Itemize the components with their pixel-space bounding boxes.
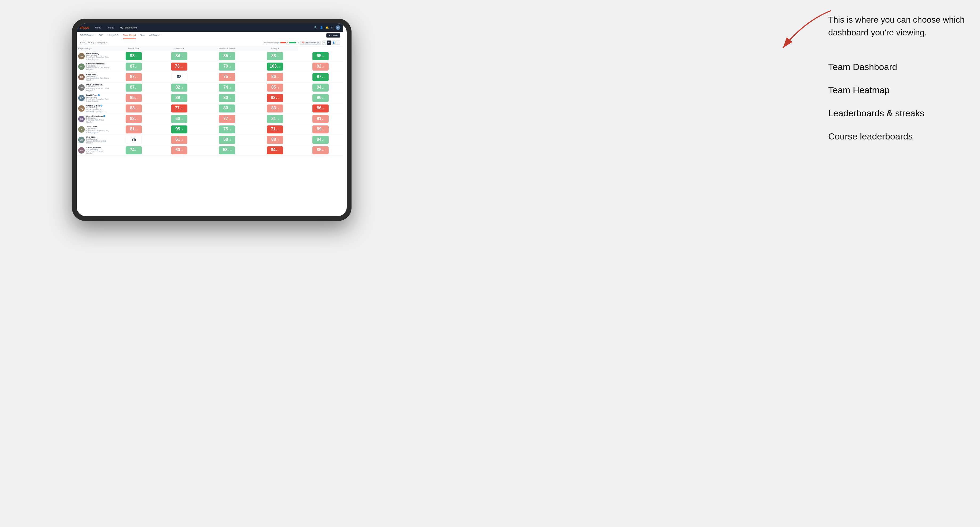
score-value: 103 (270, 64, 277, 69)
app-content: clippd Home Teams My Performance 🔍 👤 🔔 ⚙… (77, 24, 343, 206)
score-value: 75 (223, 74, 228, 79)
last-rounds-button[interactable]: 📅 Last Rounds: 20 (300, 41, 321, 45)
search-icon[interactable]: 🔍 (314, 26, 317, 29)
view-player-icon[interactable]: 👤 (332, 40, 336, 45)
table-row[interactable]: EEElliot Ebert1-5 HandicapSunningdale Go… (77, 72, 343, 82)
player-handicap: 6-10 Handicap (86, 107, 110, 109)
arrow-down-icon (277, 56, 278, 57)
score-value: 84 (175, 53, 180, 58)
verified-badge: ✓ (100, 105, 102, 106)
score-box: 871 (126, 62, 142, 71)
score-off-tee: 602 (156, 114, 202, 124)
player-info: Edward Crossman1-5 HandicapSunningdale G… (86, 62, 110, 71)
nav-bar: clippd Home Teams My Performance 🔍 👤 🔔 ⚙… (77, 24, 343, 32)
score-putting: 975 (298, 72, 343, 82)
score-approach: 801 (202, 103, 253, 114)
score-box: 748 (126, 146, 142, 154)
table-row[interactable]: ANAaron Nicholls11-15 HandicapDrift Golf… (77, 145, 343, 156)
player-cell: JCJosh Coles1-5 HandicapRoyal North Devo… (77, 124, 111, 135)
col-header-around-green[interactable]: Around the Green ▾ (202, 46, 253, 51)
score-box: 975 (312, 73, 329, 81)
view-download-icon[interactable]: ↓ (336, 40, 340, 45)
table-row[interactable]: DBDave Billingham1-5 HandicapGog Magog G… (77, 82, 343, 93)
score-box: 853 (267, 84, 283, 92)
score-change: 10 (228, 150, 231, 152)
player-cell: DBDave Billingham1-5 HandicapGog Magog G… (77, 83, 111, 93)
table-row[interactable]: JCJosh Coles1-5 HandicapRoyal North Devo… (77, 124, 343, 135)
table-row[interactable]: CQCharlie Quick✓6-10 HandicapSt. George'… (77, 103, 343, 114)
bell-icon[interactable]: 🔔 (325, 26, 329, 29)
col-header-approach[interactable]: Approach ▾ (156, 46, 202, 51)
bar-negative (280, 42, 286, 43)
player-handicap: Plus Handicap (86, 96, 110, 98)
subnav-team-clippd[interactable]: Team Clippd (123, 32, 136, 39)
subnav-hcaps[interactable]: Hcaps 1-5 (108, 32, 118, 39)
score-change: 1 (135, 66, 137, 68)
arrow-down-icon (135, 129, 136, 131)
col-header-putting[interactable]: Putting ▾ (253, 46, 298, 51)
edit-team-icon[interactable]: ✎ (106, 41, 108, 44)
score-player-quality: 871 (111, 62, 157, 72)
score-change: 2 (229, 129, 231, 131)
add-team-button[interactable]: Add Team (326, 33, 340, 38)
user-icon[interactable]: 👤 (320, 26, 323, 29)
dashboard-option-heatmap: Team Heatmap (828, 83, 967, 97)
score-change: 3 (229, 97, 231, 99)
player-name: Chris Robertson✓ (86, 115, 110, 117)
score-box: 799 (219, 62, 235, 71)
score-player-quality: 813 (111, 124, 157, 135)
player-info: Chris Robertson✓1-5 HandicapCraigmillar … (86, 115, 110, 123)
user-avatar[interactable]: U (336, 25, 340, 30)
tablet-frame: clippd Home Teams My Performance 🔍 👤 🔔 ⚙… (72, 19, 352, 221)
nav-link-home[interactable]: Home (94, 25, 102, 30)
view-grid-icon[interactable]: ⊞ (322, 40, 326, 45)
score-around-green: 882 (253, 135, 298, 145)
col-header-off-tee[interactable]: Off the Tee ▾ (111, 46, 157, 51)
table-row[interactable]: BMBlair McHargPlus HandicapRoyal North D… (77, 51, 343, 61)
arrow-down-icon (181, 139, 182, 141)
score-value: 91 (317, 116, 322, 121)
table-row[interactable]: MMMatt Miller6-10 HandicapWoburn Golf Cl… (77, 135, 343, 145)
score-box: 892 (312, 125, 329, 133)
subnav-all-players[interactable]: All Players (149, 32, 160, 39)
score-box: 836 (267, 105, 283, 113)
arrow-down-icon (180, 66, 181, 68)
arrow-up-icon (228, 150, 229, 152)
score-value: 74 (130, 148, 135, 152)
player-name: Dave Billingham (86, 84, 110, 86)
score-value: 88 (271, 137, 276, 142)
score-around-green: 853 (253, 82, 298, 93)
arrow-down-icon (135, 108, 136, 110)
score-around-green: 8421 (253, 145, 298, 156)
score-value: 60 (175, 116, 180, 121)
arrow-up-icon (181, 56, 182, 57)
table-row[interactable]: ECEdward Crossman1-5 HandicapSunningdale… (77, 62, 343, 72)
view-table-icon[interactable]: ▦ (327, 40, 331, 45)
col-header-player[interactable]: Player Quality ▾ (77, 46, 111, 51)
round-controls: 20 Round Change -5 +5 📅 Last Rounds: 20 … (263, 40, 340, 45)
score-putting: 868 (298, 103, 343, 114)
score-change: 6 (277, 76, 279, 78)
nav-icons: 🔍 👤 🔔 ⚙ U (314, 25, 340, 30)
nav-link-teams[interactable]: Teams (106, 25, 115, 30)
table-row[interactable]: DFDavid Ford✓Plus HandicapRoyal North De… (77, 93, 343, 103)
arrow-down-icon (276, 97, 277, 99)
player-avatar: JC (78, 126, 85, 133)
round-change-label: 20 Round Change (263, 41, 279, 44)
settings-icon[interactable]: ⚙ (331, 26, 333, 29)
table-row[interactable]: CRChris Robertson✓1-5 HandicapCraigmilla… (77, 114, 343, 124)
player-name: Josh Coles (86, 125, 110, 128)
score-around-green: 814 (253, 114, 298, 124)
view-toggle-icons: ⊞ ▦ 👤 ↓ (322, 40, 340, 45)
subnav-pga[interactable]: PGA (99, 32, 103, 39)
score-change: 4 (135, 56, 137, 57)
subnav-tour[interactable]: Tour (140, 32, 145, 39)
nav-link-performance[interactable]: My Performance (119, 25, 138, 30)
score-box: 601 (171, 146, 187, 154)
subnav-pgat[interactable]: PGAT Players (80, 32, 94, 39)
player-avatar: CQ (78, 105, 85, 111)
score-box: 613 (171, 136, 187, 144)
arrow-down-icon (277, 76, 278, 78)
arrow-up-icon (229, 139, 230, 141)
arrow-down-icon (229, 119, 230, 120)
